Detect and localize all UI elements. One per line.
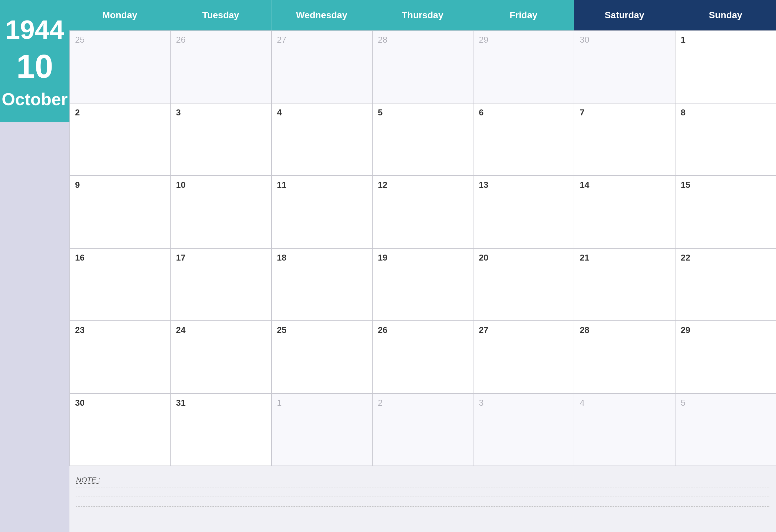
sidebar-month-num: 10 (16, 50, 53, 83)
sidebar-year: 1944 (5, 17, 64, 43)
day-cell: 20 (473, 248, 574, 321)
calendar-header: Monday Tuesday Wednesday Thursday Friday… (69, 0, 776, 30)
calendar-main: Monday Tuesday Wednesday Thursday Friday… (69, 0, 776, 532)
day-cell: 25 (271, 321, 372, 393)
day-cell: 8 (675, 103, 776, 176)
note-label: NOTE : (76, 476, 769, 484)
day-cell: 2 (69, 103, 170, 176)
day-cell: 23 (69, 321, 170, 393)
day-cell: 5 (372, 103, 473, 176)
day-cell: 29 (473, 30, 574, 103)
header-saturday: Saturday (574, 0, 675, 30)
day-cell: 25 (69, 30, 170, 103)
sidebar: 1944 10 October (0, 0, 69, 532)
day-cell: 3 (170, 103, 271, 176)
notes-section: NOTE : (69, 466, 776, 532)
day-cell: 28 (372, 30, 473, 103)
day-cell: 7 (574, 103, 675, 176)
day-cell: 30 (69, 393, 170, 466)
day-cell: 13 (473, 176, 574, 248)
day-cell: 26 (372, 321, 473, 393)
day-cell: 5 (675, 393, 776, 466)
note-line-4 (76, 516, 769, 516)
day-cell: 29 (675, 321, 776, 393)
header-sunday: Sunday (675, 0, 776, 30)
sidebar-bottom (0, 122, 69, 532)
note-line-3 (76, 506, 769, 507)
day-cell: 21 (574, 248, 675, 321)
day-cell: 26 (170, 30, 271, 103)
day-cell: 17 (170, 248, 271, 321)
calendar-grid: 25 26 27 28 29 30 1 2 3 4 5 6 7 8 9 10 1… (69, 30, 776, 466)
day-cell: 2 (372, 393, 473, 466)
sidebar-month-name: October (2, 89, 67, 109)
day-cell: 27 (473, 321, 574, 393)
day-cell: 31 (170, 393, 271, 466)
header-thursday: Thursday (372, 0, 473, 30)
sidebar-top: 1944 10 October (0, 0, 69, 122)
day-cell: 4 (574, 393, 675, 466)
day-cell: 4 (271, 103, 372, 176)
header-monday: Monday (69, 0, 170, 30)
note-line-1 (76, 487, 769, 487)
header-wednesday: Wednesday (271, 0, 372, 30)
day-cell: 28 (574, 321, 675, 393)
day-cell: 22 (675, 248, 776, 321)
day-cell: 14 (574, 176, 675, 248)
header-tuesday: Tuesday (170, 0, 271, 30)
day-cell: 9 (69, 176, 170, 248)
day-cell: 12 (372, 176, 473, 248)
day-cell: 19 (372, 248, 473, 321)
day-cell: 3 (473, 393, 574, 466)
day-cell: 30 (574, 30, 675, 103)
day-cell: 11 (271, 176, 372, 248)
day-cell: 16 (69, 248, 170, 321)
day-cell: 27 (271, 30, 372, 103)
day-cell: 24 (170, 321, 271, 393)
day-cell: 18 (271, 248, 372, 321)
header-friday: Friday (473, 0, 574, 30)
calendar-wrapper: 1944 10 October Monday Tuesday Wednesday… (0, 0, 776, 532)
day-cell: 1 (675, 30, 776, 103)
day-cell: 10 (170, 176, 271, 248)
day-cell: 6 (473, 103, 574, 176)
day-cell: 1 (271, 393, 372, 466)
note-line-2 (76, 497, 769, 497)
day-cell: 15 (675, 176, 776, 248)
